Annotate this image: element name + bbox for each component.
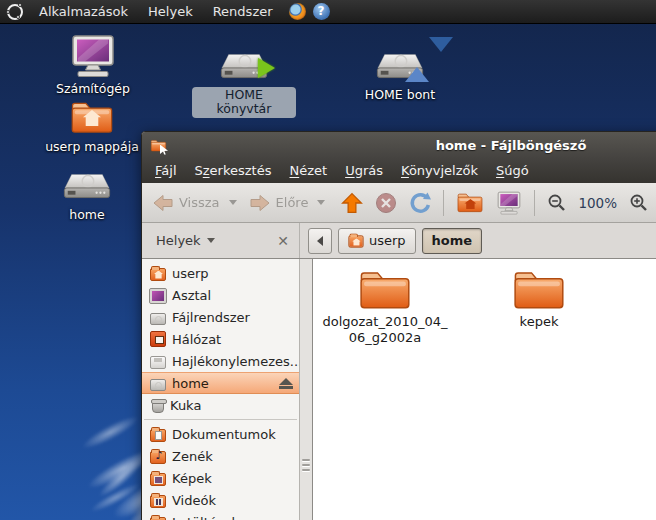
desktop-icon	[150, 289, 166, 303]
desktop-icon-home-launcher[interactable]: HOME könyvtár	[192, 50, 296, 118]
breadcrumb-scroll-left-button[interactable]	[308, 228, 332, 254]
home-button[interactable]	[456, 191, 484, 214]
firefox-icon[interactable]	[289, 3, 306, 20]
sidebar-item-documents[interactable]: Dokumentumok	[142, 423, 299, 445]
desktop: Alkalmazások Helyek Rendszer ? Számítógé…	[0, 0, 656, 520]
folder-icon	[357, 267, 413, 312]
eject-button[interactable]	[279, 378, 293, 389]
sidebar-item-network[interactable]: Hálózat	[142, 328, 299, 350]
sidebar-item-filesystem[interactable]: Fájlrendszer	[142, 306, 299, 328]
hard-drive-icon	[62, 170, 112, 204]
breadcrumb-userp[interactable]: userp	[338, 228, 416, 254]
sidebar-item-floppy[interactable]: Hajlékonylemezes...	[142, 350, 299, 372]
breadcrumb: userp home	[300, 223, 490, 258]
computer-button[interactable]	[496, 191, 522, 215]
desktop-icon-label: HOME bont	[360, 87, 440, 103]
pane-resize-handle[interactable]	[300, 259, 313, 520]
menu-system[interactable]: Rendszer	[203, 0, 283, 24]
sidebar-item-pictures[interactable]: Képek	[142, 467, 299, 489]
back-dropdown-icon[interactable]	[229, 200, 237, 205]
menu-applications[interactable]: Alkalmazások	[29, 0, 138, 24]
back-button[interactable]: Vissza	[152, 194, 237, 212]
sidebar-item-trash[interactable]: Kuka	[142, 394, 299, 416]
menu-places[interactable]: Helyek	[138, 0, 203, 24]
location-band: Helyek ✕ userp home	[142, 223, 656, 259]
videos-folder-icon	[150, 495, 166, 508]
menu-file[interactable]: Fájl	[146, 158, 186, 183]
zoom-in-icon	[629, 193, 648, 212]
places-dropdown[interactable]: Helyek	[156, 233, 215, 248]
sidebar-item-home[interactable]: home	[142, 372, 299, 394]
zoom-out-button[interactable]	[547, 193, 566, 212]
sidebar-item-downloads[interactable]: Letöltések	[142, 511, 299, 520]
floppy-icon	[150, 356, 166, 369]
file-name: dolgozat_2010_04_06_g2002a	[322, 314, 448, 347]
documents-folder-icon	[150, 429, 166, 442]
drive-icon	[150, 313, 166, 325]
sidebar-item-desktop[interactable]: Asztal	[142, 284, 299, 306]
window-toolbar: Vissza Előre	[142, 183, 656, 223]
desktop-icon-home-folder[interactable]: userp mappája	[40, 98, 144, 155]
up-button[interactable]	[341, 192, 363, 214]
forward-button[interactable]: Előre	[249, 194, 326, 212]
desktop-icon-label: Számítógép	[51, 81, 135, 97]
forward-dropdown-icon[interactable]	[317, 200, 325, 205]
file-item-dolgozat[interactable]: dolgozat_2010_04_06_g2002a	[321, 267, 449, 347]
home-folder-icon	[150, 268, 166, 281]
menu-go[interactable]: Ugrás	[336, 158, 392, 183]
top-panel: Alkalmazások Helyek Rendszer ?	[0, 0, 656, 24]
stop-button[interactable]	[375, 192, 397, 214]
desktop-icon-home-unmount[interactable]: HOME bont	[348, 50, 452, 103]
zoom-in-button[interactable]	[629, 193, 648, 212]
computer-icon	[69, 34, 117, 78]
window-menubar: Fájl Szerkesztés Nézet Ugrás Könyvjelzők…	[142, 158, 656, 183]
file-browser-window: home - Fájlböngésző Fájl Szerkesztés Néz…	[141, 131, 656, 520]
file-list-area[interactable]: dolgozat_2010_04_06_g2002a kepek	[313, 259, 656, 520]
grip-dots-icon	[302, 456, 310, 474]
stop-icon	[375, 192, 397, 214]
window-title: home - Fájlböngésző	[142, 138, 656, 153]
sidebar-separator	[144, 419, 297, 420]
window-titlebar[interactable]: home - Fájlböngésző	[142, 132, 656, 158]
up-arrow-icon	[341, 192, 363, 214]
eject-overlay-icon	[405, 52, 429, 86]
music-folder-icon: ♪	[150, 451, 166, 464]
toolbar-separator	[534, 190, 535, 216]
breadcrumb-home[interactable]: home	[422, 228, 483, 254]
zoom-level[interactable]: 100%	[578, 195, 617, 211]
chevron-down-icon	[207, 238, 215, 243]
desktop-icon-computer[interactable]: Számítógép	[41, 34, 145, 97]
sidebar-item-music[interactable]: ♪ Zenék	[142, 445, 299, 467]
menu-help[interactable]: Súgó	[487, 158, 538, 183]
desktop-icon-home-drive[interactable]: home	[35, 170, 139, 223]
desktop-icon-label: home	[64, 207, 109, 223]
run-overlay-icon	[258, 58, 275, 78]
computer-icon	[496, 191, 522, 215]
desktop-icon-label: userp mappája	[40, 139, 144, 155]
pictures-folder-icon	[150, 473, 166, 486]
hard-drive-run-icon	[219, 50, 269, 84]
reload-icon	[409, 192, 431, 214]
sidebar-item-videos[interactable]: Videók	[142, 489, 299, 511]
menu-view[interactable]: Nézet	[280, 158, 336, 183]
downloads-folder-icon	[150, 517, 166, 520]
help-icon[interactable]: ?	[313, 3, 330, 20]
drive-icon	[150, 379, 166, 391]
zoom-out-icon	[547, 193, 566, 212]
reload-button[interactable]	[409, 192, 431, 214]
sidebar-item-userp[interactable]: userp	[142, 262, 299, 284]
hard-drive-eject-icon	[375, 50, 425, 84]
home-folder-icon	[456, 191, 484, 214]
places-sidebar: userp Asztal Fájlrendszer Hálózat Hajlék…	[142, 259, 300, 520]
ubuntu-logo-icon[interactable]	[7, 4, 23, 20]
places-close-button[interactable]: ✕	[277, 234, 289, 248]
toolbar-separator	[443, 190, 444, 216]
menu-bookmarks[interactable]: Könyvjelzők	[392, 158, 487, 183]
triangle-left-icon	[317, 236, 323, 246]
window-body: userp Asztal Fájlrendszer Hálózat Hajlék…	[142, 259, 656, 520]
places-panel-header: Helyek ✕	[142, 223, 300, 258]
file-item-kepek[interactable]: kepek	[475, 267, 603, 330]
network-icon	[150, 331, 166, 347]
menu-edit[interactable]: Szerkesztés	[186, 158, 281, 183]
desktop-icon-label-selected: HOME könyvtár	[192, 87, 296, 118]
